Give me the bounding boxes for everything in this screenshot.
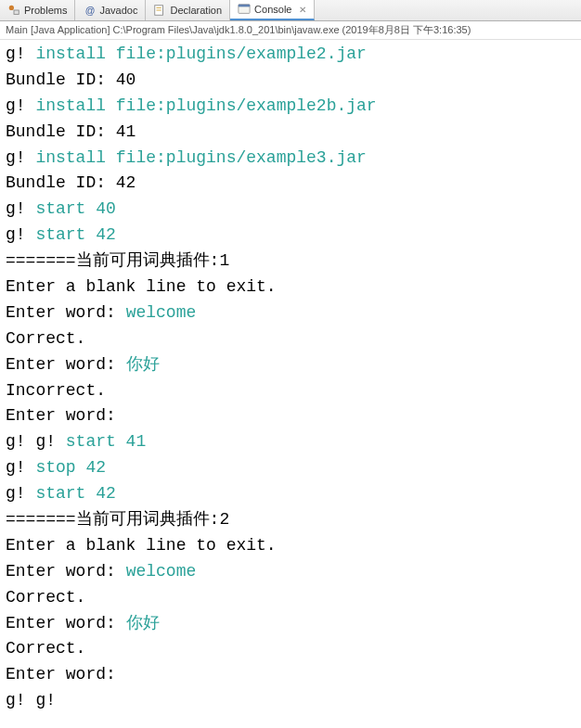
console-output-text: g! g! xyxy=(6,691,66,709)
console-line: Enter word: 你好 xyxy=(6,611,575,637)
console-input-text: install file:plugins/example2b.jar xyxy=(35,96,376,115)
javadoc-icon: @ xyxy=(83,4,96,17)
console-line: g! start 40 xyxy=(6,197,575,223)
console-input-text: welcome xyxy=(126,303,197,322)
console-input-text: install file:plugins/example3.jar xyxy=(35,148,366,167)
console-output-text: Correct. xyxy=(6,639,85,658)
console-input-text: install file:plugins/example2.jar xyxy=(35,45,366,63)
console-output-text: g! xyxy=(6,96,35,115)
console-line: Incorrect. xyxy=(6,378,575,404)
console-line: Enter a blank line to exit. xyxy=(6,275,575,300)
console-output-text: Correct. xyxy=(6,588,85,607)
console-line: Bundle ID: 42 xyxy=(6,171,575,197)
console-line: g! start 42 xyxy=(6,223,575,249)
console-output-text: Incorrect. xyxy=(6,381,106,400)
close-icon[interactable]: ✕ xyxy=(299,5,306,15)
console-output-text: g! xyxy=(6,484,35,503)
console-output-text: Enter word: xyxy=(6,562,126,581)
console-line: Correct. xyxy=(6,326,575,352)
console-line: Bundle ID: 41 xyxy=(6,120,575,146)
svg-rect-1 xyxy=(14,10,19,14)
console-output-text: Bundle ID: 42 xyxy=(6,173,136,192)
console-line: Enter word: xyxy=(6,662,575,688)
console-output-text: Bundle ID: 40 xyxy=(6,70,136,89)
console-output-text: Correct. xyxy=(6,329,85,348)
console-output-text: g! xyxy=(6,199,35,218)
console-line: Correct. xyxy=(6,636,575,662)
console-output-text: =======当前可用词典插件:1 xyxy=(6,251,229,270)
tab-problems[interactable]: Problems xyxy=(0,0,75,20)
console-output-text: g! xyxy=(6,148,35,167)
problems-icon xyxy=(7,4,20,17)
console-output-text: Enter word: xyxy=(6,665,126,683)
console-line: g! install file:plugins/example2b.jar xyxy=(6,94,575,120)
console-input-text: start 41 xyxy=(66,432,146,451)
console-line: g! g! xyxy=(6,688,575,714)
console-output-text: Enter word: xyxy=(6,303,126,322)
console-output-text: Bundle ID: 41 xyxy=(6,122,136,141)
console-line: Enter a blank line to exit. xyxy=(6,533,575,559)
console-output[interactable]: g! install file:plugins/example2.jarBund… xyxy=(0,40,581,716)
svg-text:@: @ xyxy=(85,5,96,16)
console-output-text: Enter word: xyxy=(6,355,126,374)
declaration-icon xyxy=(153,4,166,17)
console-input-text: start 42 xyxy=(35,225,115,244)
console-output-text: Enter word: xyxy=(6,614,126,632)
tab-label: Console xyxy=(254,4,291,15)
tab-bar: Problems @ Javadoc Declaration Console ✕ xyxy=(0,0,581,21)
console-line: Enter word: 你好 xyxy=(6,352,575,378)
console-line: Enter word: xyxy=(6,403,575,429)
console-line: g! install file:plugins/example2.jar xyxy=(6,42,575,68)
console-line: =======当前可用词典插件:1 xyxy=(6,249,575,275)
console-output-text: g! xyxy=(6,225,35,244)
console-subheader: Main [Java Application] C:\Program Files… xyxy=(0,21,581,40)
console-output-text: Enter a blank line to exit. xyxy=(6,277,277,296)
tab-label: Javadoc xyxy=(99,5,137,16)
console-line: g! start 42 xyxy=(6,481,575,507)
console-output-text: =======当前可用词典插件:2 xyxy=(6,510,229,529)
console-input-text: 你好 xyxy=(126,355,160,374)
console-line: Correct. xyxy=(6,585,575,611)
console-output-text: g! xyxy=(6,45,35,63)
svg-rect-7 xyxy=(239,5,250,7)
console-line: g! g! start 41 xyxy=(6,429,575,455)
console-input-text: start 40 xyxy=(35,199,115,218)
console-output-text: Enter word: xyxy=(6,406,126,425)
console-line: g! stop 42 xyxy=(6,455,575,481)
tab-console[interactable]: Console ✕ xyxy=(230,0,315,20)
console-line: Bundle ID: 40 xyxy=(6,68,575,94)
tab-label: Problems xyxy=(24,5,67,16)
console-input-text: welcome xyxy=(126,562,197,581)
console-output-text: Enter a blank line to exit. xyxy=(6,536,277,555)
tab-declaration[interactable]: Declaration xyxy=(146,0,230,20)
console-line: =======当前可用词典插件:2 xyxy=(6,507,575,533)
console-input-text: start 42 xyxy=(35,484,115,503)
console-output-text: g! g! xyxy=(6,432,66,451)
console-line: g! install file:plugins/example3.jar xyxy=(6,146,575,172)
console-input-text: stop 42 xyxy=(35,458,106,477)
console-input-text: 你好 xyxy=(126,614,160,632)
tab-label: Declaration xyxy=(170,5,222,16)
console-icon xyxy=(238,3,251,16)
tab-javadoc[interactable]: @ Javadoc xyxy=(75,0,146,20)
console-output-text: g! xyxy=(6,458,35,477)
console-line: Enter word: welcome xyxy=(6,300,575,326)
svg-point-0 xyxy=(9,6,14,10)
console-line: Enter word: welcome xyxy=(6,559,575,585)
